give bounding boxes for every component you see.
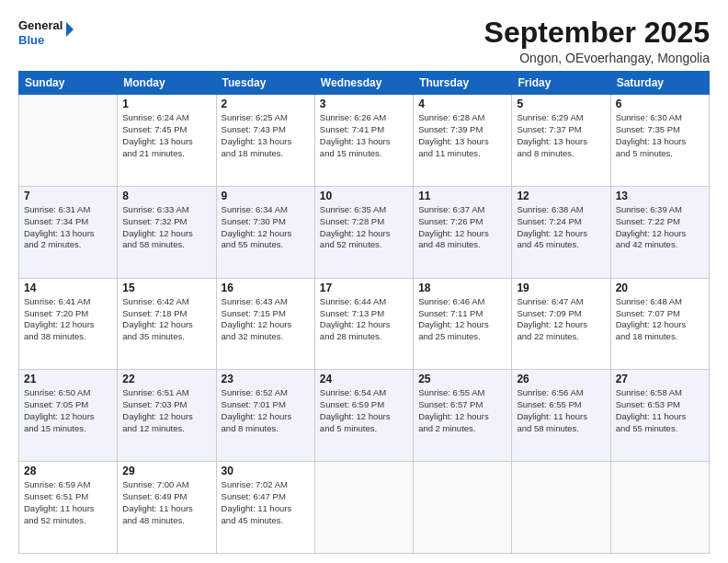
day-number: 25 xyxy=(418,373,506,385)
svg-marker-2 xyxy=(66,22,74,37)
calendar-cell: 29Sunrise: 7:00 AM Sunset: 6:49 PM Dayli… xyxy=(118,462,216,554)
calendar-cell: 28Sunrise: 6:59 AM Sunset: 6:51 PM Dayli… xyxy=(19,462,118,554)
calendar-cell xyxy=(19,95,118,187)
day-info: Sunrise: 6:39 AM Sunset: 7:22 PM Dayligh… xyxy=(616,204,704,251)
weekday-header-monday: Monday xyxy=(118,72,216,95)
day-number: 22 xyxy=(122,373,210,385)
day-number: 23 xyxy=(222,373,310,385)
day-info: Sunrise: 6:42 AM Sunset: 7:18 PM Dayligh… xyxy=(122,296,210,343)
day-number: 21 xyxy=(24,373,112,385)
calendar-cell xyxy=(610,462,709,554)
day-number: 17 xyxy=(320,282,408,294)
day-number: 15 xyxy=(122,282,210,294)
calendar-cell: 22Sunrise: 6:51 AM Sunset: 7:03 PM Dayli… xyxy=(118,370,216,462)
day-info: Sunrise: 6:44 AM Sunset: 7:13 PM Dayligh… xyxy=(320,296,408,343)
day-info: Sunrise: 6:38 AM Sunset: 7:24 PM Dayligh… xyxy=(517,204,605,251)
calendar-cell: 10Sunrise: 6:35 AM Sunset: 7:28 PM Dayli… xyxy=(314,186,413,278)
day-number: 27 xyxy=(616,373,704,385)
calendar-cell: 27Sunrise: 6:58 AM Sunset: 6:53 PM Dayli… xyxy=(610,370,709,462)
calendar-cell: 19Sunrise: 6:47 AM Sunset: 7:09 PM Dayli… xyxy=(512,278,610,370)
day-info: Sunrise: 6:33 AM Sunset: 7:32 PM Dayligh… xyxy=(122,204,210,251)
calendar-cell: 8Sunrise: 6:33 AM Sunset: 7:32 PM Daylig… xyxy=(118,186,216,278)
weekday-header-saturday: Saturday xyxy=(610,72,709,95)
calendar-cell: 24Sunrise: 6:54 AM Sunset: 6:59 PM Dayli… xyxy=(314,370,413,462)
page: General Blue September 2025 Ongon, OEvoe… xyxy=(0,0,728,563)
day-info: Sunrise: 6:48 AM Sunset: 7:07 PM Dayligh… xyxy=(616,296,704,343)
day-number: 24 xyxy=(320,373,408,385)
calendar-cell: 12Sunrise: 6:38 AM Sunset: 7:24 PM Dayli… xyxy=(512,186,610,278)
week-row-3: 14Sunrise: 6:41 AM Sunset: 7:20 PM Dayli… xyxy=(19,278,710,370)
day-number: 26 xyxy=(517,373,605,385)
day-number: 29 xyxy=(122,465,210,477)
title-block: September 2025 Ongon, OEvoerhangay, Mong… xyxy=(484,17,710,65)
calendar-cell: 23Sunrise: 6:52 AM Sunset: 7:01 PM Dayli… xyxy=(216,370,314,462)
day-info: Sunrise: 6:47 AM Sunset: 7:09 PM Dayligh… xyxy=(517,296,605,343)
weekday-header-friday: Friday xyxy=(512,72,610,95)
calendar-cell: 11Sunrise: 6:37 AM Sunset: 7:26 PM Dayli… xyxy=(414,186,512,278)
day-info: Sunrise: 6:51 AM Sunset: 7:03 PM Dayligh… xyxy=(122,387,210,434)
day-info: Sunrise: 6:25 AM Sunset: 7:43 PM Dayligh… xyxy=(222,112,310,159)
calendar-cell: 9Sunrise: 6:34 AM Sunset: 7:30 PM Daylig… xyxy=(216,186,314,278)
calendar-cell: 17Sunrise: 6:44 AM Sunset: 7:13 PM Dayli… xyxy=(314,278,413,370)
week-row-5: 28Sunrise: 6:59 AM Sunset: 6:51 PM Dayli… xyxy=(19,462,710,554)
calendar-cell: 2Sunrise: 6:25 AM Sunset: 7:43 PM Daylig… xyxy=(216,95,314,187)
day-info: Sunrise: 6:46 AM Sunset: 7:11 PM Dayligh… xyxy=(418,296,506,343)
calendar-cell: 6Sunrise: 6:30 AM Sunset: 7:35 PM Daylig… xyxy=(610,95,709,187)
day-number: 12 xyxy=(517,190,605,202)
day-info: Sunrise: 6:30 AM Sunset: 7:35 PM Dayligh… xyxy=(616,112,704,159)
calendar-cell: 20Sunrise: 6:48 AM Sunset: 7:07 PM Dayli… xyxy=(610,278,709,370)
day-number: 6 xyxy=(616,98,704,110)
calendar-cell: 5Sunrise: 6:29 AM Sunset: 7:37 PM Daylig… xyxy=(512,95,610,187)
day-number: 13 xyxy=(616,190,704,202)
day-info: Sunrise: 6:29 AM Sunset: 7:37 PM Dayligh… xyxy=(517,112,605,159)
weekday-header-tuesday: Tuesday xyxy=(216,72,314,95)
calendar-cell: 25Sunrise: 6:55 AM Sunset: 6:57 PM Dayli… xyxy=(414,370,512,462)
calendar-cell: 14Sunrise: 6:41 AM Sunset: 7:20 PM Dayli… xyxy=(19,278,118,370)
calendar-subtitle: Ongon, OEvoerhangay, Mongolia xyxy=(484,51,710,65)
day-number: 1 xyxy=(122,98,210,110)
calendar-cell xyxy=(512,462,610,554)
calendar-cell: 1Sunrise: 6:24 AM Sunset: 7:45 PM Daylig… xyxy=(118,95,216,187)
day-number: 19 xyxy=(517,282,605,294)
day-info: Sunrise: 6:35 AM Sunset: 7:28 PM Dayligh… xyxy=(320,204,408,251)
svg-text:Blue: Blue xyxy=(18,33,44,47)
calendar-cell: 18Sunrise: 6:46 AM Sunset: 7:11 PM Dayli… xyxy=(414,278,512,370)
day-number: 7 xyxy=(24,190,112,202)
day-number: 8 xyxy=(122,190,210,202)
logo: General Blue xyxy=(18,17,74,52)
svg-text:General: General xyxy=(18,18,63,32)
week-row-2: 7Sunrise: 6:31 AM Sunset: 7:34 PM Daylig… xyxy=(19,186,710,278)
weekday-header-thursday: Thursday xyxy=(414,72,512,95)
day-number: 20 xyxy=(616,282,704,294)
day-info: Sunrise: 6:56 AM Sunset: 6:55 PM Dayligh… xyxy=(517,387,605,434)
day-info: Sunrise: 6:37 AM Sunset: 7:26 PM Dayligh… xyxy=(418,204,506,251)
day-info: Sunrise: 6:43 AM Sunset: 7:15 PM Dayligh… xyxy=(222,296,310,343)
day-number: 5 xyxy=(517,98,605,110)
calendar-cell: 30Sunrise: 7:02 AM Sunset: 6:47 PM Dayli… xyxy=(216,462,314,554)
logo-svg: General Blue xyxy=(18,17,74,52)
calendar-cell: 7Sunrise: 6:31 AM Sunset: 7:34 PM Daylig… xyxy=(19,186,118,278)
week-row-1: 1Sunrise: 6:24 AM Sunset: 7:45 PM Daylig… xyxy=(19,95,710,187)
day-info: Sunrise: 7:00 AM Sunset: 6:49 PM Dayligh… xyxy=(122,479,210,526)
weekday-header-row: SundayMondayTuesdayWednesdayThursdayFrid… xyxy=(19,72,710,95)
calendar-cell xyxy=(314,462,413,554)
calendar-cell: 4Sunrise: 6:28 AM Sunset: 7:39 PM Daylig… xyxy=(414,95,512,187)
day-info: Sunrise: 7:02 AM Sunset: 6:47 PM Dayligh… xyxy=(222,479,310,526)
calendar-cell: 21Sunrise: 6:50 AM Sunset: 7:05 PM Dayli… xyxy=(19,370,118,462)
day-number: 14 xyxy=(24,282,112,294)
calendar-cell: 26Sunrise: 6:56 AM Sunset: 6:55 PM Dayli… xyxy=(512,370,610,462)
day-number: 9 xyxy=(222,190,310,202)
day-info: Sunrise: 6:34 AM Sunset: 7:30 PM Dayligh… xyxy=(222,204,310,251)
weekday-header-wednesday: Wednesday xyxy=(314,72,413,95)
day-info: Sunrise: 6:55 AM Sunset: 6:57 PM Dayligh… xyxy=(418,387,506,434)
day-info: Sunrise: 6:26 AM Sunset: 7:41 PM Dayligh… xyxy=(320,112,408,159)
day-number: 3 xyxy=(320,98,408,110)
calendar-cell: 15Sunrise: 6:42 AM Sunset: 7:18 PM Dayli… xyxy=(118,278,216,370)
day-info: Sunrise: 6:54 AM Sunset: 6:59 PM Dayligh… xyxy=(320,387,408,434)
calendar-title: September 2025 xyxy=(484,17,710,49)
calendar-table: SundayMondayTuesdayWednesdayThursdayFrid… xyxy=(18,71,710,554)
day-info: Sunrise: 6:58 AM Sunset: 6:53 PM Dayligh… xyxy=(616,387,704,434)
header: General Blue September 2025 Ongon, OEvoe… xyxy=(18,17,710,65)
day-number: 28 xyxy=(24,465,112,477)
day-info: Sunrise: 6:28 AM Sunset: 7:39 PM Dayligh… xyxy=(418,112,506,159)
